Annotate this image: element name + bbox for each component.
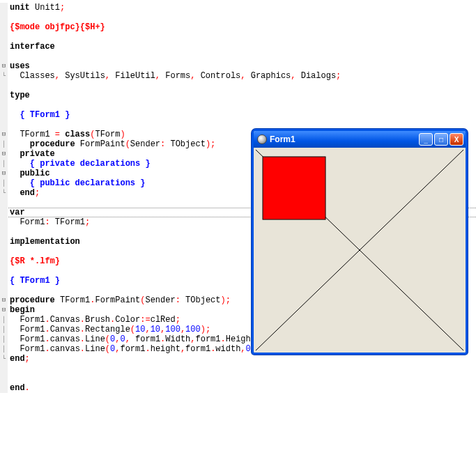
keyword: unit xyxy=(10,3,30,13)
fold-toggle[interactable]: ⊟ xyxy=(0,130,8,139)
fold-toggle[interactable]: ⊟ xyxy=(0,295,8,305)
keyword: type xyxy=(10,91,30,100)
window-title: Form1 xyxy=(270,134,419,144)
keyword: uses xyxy=(10,61,30,71)
keyword: implementation xyxy=(10,237,80,247)
close-button[interactable]: X xyxy=(450,133,463,146)
fold-toggle[interactable]: ⊟ xyxy=(0,169,8,178)
comment: { TForm1 } xyxy=(10,110,70,120)
maximize-button[interactable]: □ xyxy=(434,133,448,146)
compiler-directive: {$R *.lfm} xyxy=(10,256,60,266)
titlebar[interactable]: Form1 _ □ X xyxy=(254,131,466,148)
form-canvas xyxy=(256,150,463,350)
compiler-directive: {$mode objfpc}{$H+} xyxy=(10,22,105,32)
gutter xyxy=(0,3,8,13)
fold-toggle[interactable]: ⊟ xyxy=(0,61,8,71)
fold-toggle[interactable]: ⊟ xyxy=(0,149,8,159)
keyword: interface xyxy=(10,42,55,52)
comment: { private declarations } xyxy=(10,159,151,169)
form-client-area xyxy=(256,150,463,350)
comment: { public declarations } xyxy=(10,178,145,188)
comment: { TForm1 } xyxy=(10,276,60,286)
form1-window[interactable]: Form1 _ □ X xyxy=(252,129,468,355)
fold-toggle[interactable]: ⊟ xyxy=(0,305,8,315)
keyword: var xyxy=(10,208,25,217)
red-rectangle xyxy=(263,157,325,219)
minimize-button[interactable]: _ xyxy=(419,133,433,146)
app-icon xyxy=(257,134,267,144)
